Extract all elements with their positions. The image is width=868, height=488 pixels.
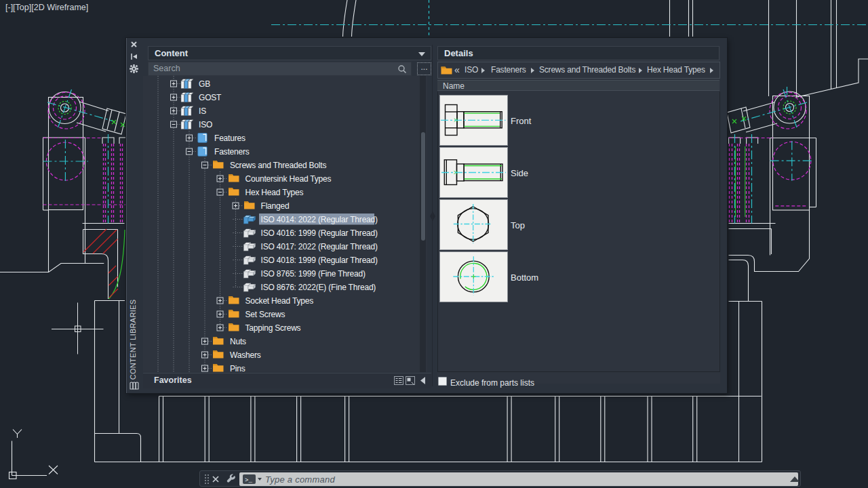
svg-text:Screws and Threaded Bolts: Screws and Threaded Bolts: [230, 161, 326, 170]
svg-text:Countersink Head Types: Countersink Head Types: [245, 174, 332, 184]
svg-text:GOST: GOST: [199, 93, 222, 102]
svg-text:ISO 4014: 2022 (Regular Thread: ISO 4014: 2022 (Regular Thread): [261, 215, 378, 224]
svg-text:Nuts: Nuts: [230, 337, 246, 346]
svg-text:ISO 4016: 1999 (Regular Threa: ISO 4016: 1999 (Regular Thread): [261, 228, 378, 238]
svg-text:Set Screws: Set Screws: [245, 310, 285, 319]
svg-text:ISO 4018: 1999 (Regular Threa: ISO 4018: 1999 (Regular Thread): [261, 256, 378, 265]
svg-text:Socket Head Types: Socket Head Types: [245, 296, 314, 306]
svg-text:Features: Features: [214, 134, 245, 143]
svg-text:IS: IS: [199, 106, 206, 116]
svg-text:>_: >_: [245, 477, 252, 484]
svg-text:Tapping Screws: Tapping Screws: [245, 323, 301, 333]
svg-text:Pins: Pins: [230, 364, 245, 373]
svg-text:ISO 8765: 1999 (Fine Thread): ISO 8765: 1999 (Fine Thread): [261, 269, 366, 279]
svg-text:ISO 4017: 2022 (Regular Thread: ISO 4017: 2022 (Regular Thread): [261, 242, 378, 251]
svg-text:ISO: ISO: [199, 120, 212, 129]
svg-text:ISO 8676: 2022(E) (Fine Thread: ISO 8676: 2022(E) (Fine Thread): [261, 283, 376, 292]
svg-text:Flanged: Flanged: [261, 201, 290, 211]
svg-text:Fasteners: Fasteners: [214, 147, 250, 157]
svg-text:Hex Head Types: Hex Head Types: [245, 188, 304, 197]
svg-text:GB: GB: [199, 79, 210, 89]
svg-text:Washers: Washers: [230, 350, 261, 360]
